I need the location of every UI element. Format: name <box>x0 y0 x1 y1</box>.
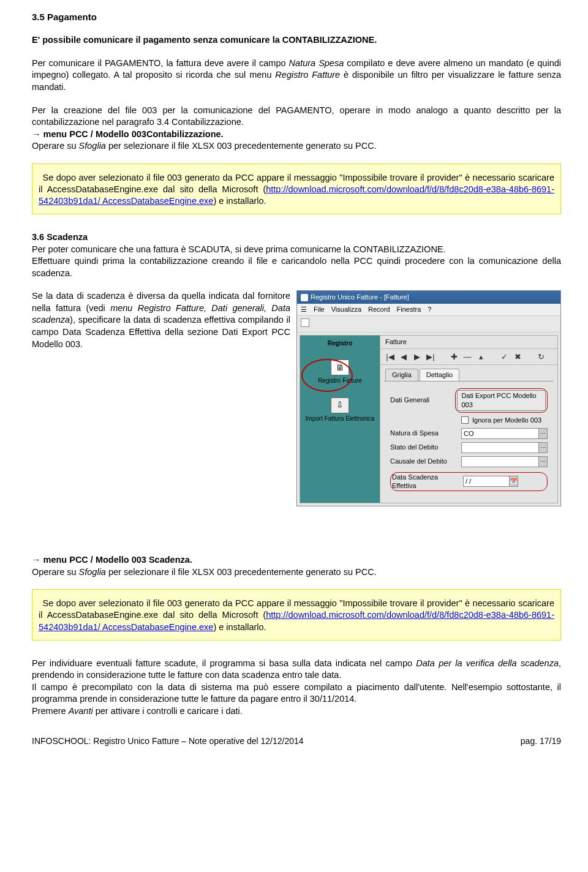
input-stato-debito[interactable]: ⋯ <box>461 442 548 453</box>
red-round-annotation: Dati Export PCC Modello 003 <box>455 388 548 413</box>
scad-p1: Per poter comunicare che una fattura è S… <box>32 244 561 256</box>
dropdown-icon[interactable]: ⋯ <box>538 457 547 467</box>
sidebar: Registro 🗎 Registro Fatture ⇩ Import Fat… <box>300 336 380 503</box>
row-causale-debito: Causale del Debito ⋯ <box>390 456 548 467</box>
dropdown-icon[interactable]: ⋯ <box>538 443 547 453</box>
menubar: ☰ File Visualizza Record Finestra ? <box>297 304 560 316</box>
warn2-tail: ) e installarlo. <box>213 622 266 632</box>
button-dati-export[interactable]: Dati Export PCC Modello 003 <box>457 390 546 411</box>
menu-help[interactable]: ? <box>428 305 431 314</box>
pagamento-intro: E' possibile comunicare il pagamento sen… <box>32 34 561 47</box>
refresh-icon[interactable]: ↻ <box>536 351 546 363</box>
pagamento-para2-line3: Operare su Sfoglia per selezionare il fi… <box>32 140 561 152</box>
panel-title: Fatture <box>380 336 557 349</box>
text: Per comunicare il PAGAMENTO, la fattura … <box>32 58 289 68</box>
row-natura-spesa: Natura di Spesa CO⋯ <box>390 428 548 439</box>
data-verifica: Data per la verifica della scadenza <box>416 658 559 668</box>
sidebar-item-import-fattura[interactable]: ⇩ Import Fattura Elettronica <box>306 397 375 423</box>
dropdown-icon[interactable]: ⋯ <box>538 429 547 438</box>
scad-p2: Effettuare quindi prima la contabilizzaz… <box>32 255 561 279</box>
sfoglia: Sfoglia <box>79 141 106 151</box>
document-icon: 🗎 <box>331 359 349 375</box>
input-natura-spesa[interactable]: CO⋯ <box>461 428 548 439</box>
after-para-c: Premere Avanti per attivare i controlli … <box>32 705 561 718</box>
remove-icon[interactable]: — <box>462 351 472 363</box>
label-stato-debito: Stato del Debito <box>390 443 461 452</box>
checkbox-ignora[interactable] <box>461 416 469 424</box>
page-footer: INFOSCHOOL: Registro Unico Fatture – Not… <box>32 735 561 747</box>
row-data-scadenza-effettiva: Data Scadenza Effettiva / /📅 <box>390 472 548 492</box>
up-icon[interactable]: ▴ <box>476 351 486 363</box>
text: per selezionare il file XLSX 003 precede… <box>106 141 377 151</box>
calendar-icon[interactable]: 📅 <box>509 476 518 486</box>
text: Premere <box>32 706 69 716</box>
section-heading-scadenza: 3.6 Scadenza <box>32 231 561 244</box>
tab-row: Griglia Dettaglio <box>380 365 557 381</box>
add-icon[interactable]: ✚ <box>449 351 459 363</box>
sidebar-label: Registro Fatture <box>318 377 362 385</box>
label-ignora: Ignora per Modello 003 <box>472 416 541 425</box>
input-causale-debito[interactable]: ⋯ <box>461 456 548 467</box>
record-toolbar: |◀ ◀ ▶ ▶| ✚ — ▴ ✓ ✖ ↻ <box>380 349 557 366</box>
import-icon: ⇩ <box>331 397 349 413</box>
section-heading-pagamento: 3.5 Pagamento <box>32 11 561 23</box>
text: Operare su <box>32 567 79 577</box>
menu-icon[interactable]: ☰ <box>301 305 307 314</box>
label-natura-spesa: Natura di Spesa <box>390 429 461 438</box>
sidebar-label: Import Fattura Elettronica <box>306 415 375 423</box>
warn1-tail: ) e installarlo. <box>213 196 266 206</box>
sub-toolbar <box>297 316 560 333</box>
cancel-icon[interactable]: ✖ <box>513 351 522 363</box>
after-para-b: Il campo è precompilato con la data di s… <box>32 682 561 705</box>
scad-menu-line: → menu PCC / Modello 003 Scadenza. <box>32 554 561 566</box>
after-para-a: Per individuare eventuali fatture scadut… <box>32 658 561 682</box>
input-data-scadenza-effettiva[interactable]: / /📅 <box>463 476 518 487</box>
avanti: Avanti <box>69 706 93 716</box>
tab-griglia[interactable]: Griglia <box>385 369 418 381</box>
footer-left: INFOSCHOOL: Registro Unico Fatture – Not… <box>32 735 304 747</box>
natura-spesa: Natura Spesa <box>289 58 344 68</box>
nav-first-icon[interactable]: |◀ <box>385 351 395 363</box>
label-data-scadenza-effettiva: Data Scadenza Effettiva <box>392 473 463 491</box>
text: ), specificare la data di scadenza effet… <box>32 315 290 348</box>
row-stato-debito: Stato del Debito ⋯ <box>390 442 548 453</box>
sidebar-item-registro-fatture[interactable]: 🗎 Registro Fatture <box>318 359 362 385</box>
toolbar-button-icon[interactable] <box>301 318 309 327</box>
window-title: Registro Unico Fatture - [Fatture] <box>311 293 409 302</box>
text: Operare su <box>32 141 79 151</box>
pagamento-para2-line1: Per la creazione del file 003 per la com… <box>32 105 561 129</box>
form-area: Dati Generali Dati Export PCC Modello 00… <box>384 381 554 503</box>
confirm-icon[interactable]: ✓ <box>499 351 509 363</box>
menu-finestra[interactable]: Finestra <box>397 305 421 314</box>
sfoglia: Sfoglia <box>79 567 106 577</box>
footer-right: pag. 17/19 <box>521 735 561 747</box>
registro-fatture: Registro Fatture <box>275 70 340 80</box>
scad-p5: Operare su Sfoglia per selezionare il fi… <box>32 566 561 579</box>
nav-last-icon[interactable]: ▶| <box>426 351 435 363</box>
main-panel: Fatture |◀ ◀ ▶ ▶| ✚ — ▴ ✓ ✖ ↻ <box>380 336 557 503</box>
text: Per individuare eventuali fatture scadut… <box>32 658 416 668</box>
tab-dettaglio[interactable]: Dettaglio <box>420 369 459 381</box>
app-icon <box>301 294 308 301</box>
menu-record[interactable]: Record <box>368 305 390 314</box>
row-ignora: Ignora per Modello 003 <box>390 416 548 425</box>
app-screenshot: Registro Unico Fatture - [Fatture] ☰ Fil… <box>296 290 561 506</box>
menu-file[interactable]: File <box>314 305 325 314</box>
warning-box-1: Se dopo aver selezionato il file 003 gen… <box>32 164 561 214</box>
pagamento-menu-line: → menu PCC / Modello 003Contabilizzazion… <box>32 129 561 141</box>
warning-box-2: Se dopo aver selezionato il file 003 gen… <box>32 589 561 640</box>
menu-visualizza[interactable]: Visualizza <box>331 305 361 314</box>
label-causale-debito: Causale del Debito <box>390 457 461 466</box>
row-dati-generali: Dati Generali Dati Export PCC Modello 00… <box>390 388 548 413</box>
text: per selezionare il file XLSX 003 precede… <box>106 567 377 577</box>
split-container: Registro 🗎 Registro Fatture ⇩ Import Fat… <box>300 335 558 503</box>
nav-next-icon[interactable]: ▶ <box>412 351 422 363</box>
pagamento-para1: Per comunicare il PAGAMENTO, la fattura … <box>32 58 561 94</box>
window-titlebar: Registro Unico Fatture - [Fatture] <box>297 291 560 304</box>
text: per attivare i controlli e caricare i da… <box>93 706 243 716</box>
label-dati-generali: Dati Generali <box>390 396 455 405</box>
nav-prev-icon[interactable]: ◀ <box>399 351 409 363</box>
sidebar-heading: Registro <box>328 339 353 348</box>
